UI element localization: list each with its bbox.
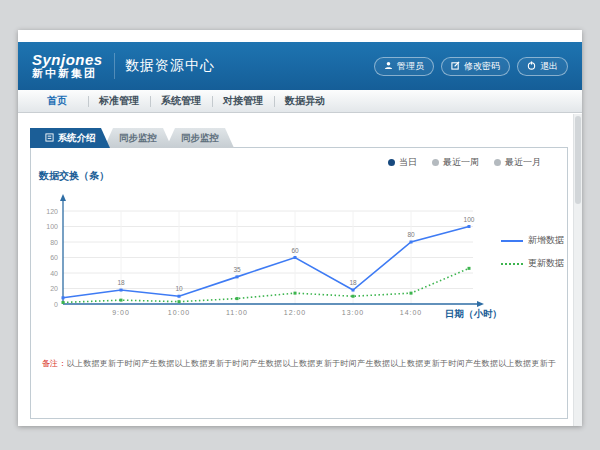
svg-text:120: 120 — [46, 208, 58, 215]
app-header: Synjones 新中新集团 数据资源中心 管理员 修改密码 退出 — [18, 42, 582, 90]
footnote: 备注：以上数据更新于时间产生数据以上数据更新于时间产生数据以上数据更新于时间产生… — [31, 358, 567, 369]
radio-label: 当日 — [399, 156, 417, 169]
chart-panel: 当日 最近一周 最近一月 数据交换（条） 0204060801001209:00… — [30, 147, 568, 419]
nav-item-interface-mgmt[interactable]: 对接管理 — [212, 90, 274, 112]
radio-last-month[interactable]: 最近一月 — [494, 156, 541, 169]
radio-dot-icon — [388, 159, 395, 166]
svg-text:12:00: 12:00 — [284, 309, 307, 316]
tab-sync-monitor-2[interactable]: 同步监控 — [166, 128, 234, 148]
svg-text:20: 20 — [50, 285, 58, 292]
tab-label: 同步监控 — [119, 132, 157, 145]
svg-text:0: 0 — [54, 301, 58, 308]
user-label: 管理员 — [397, 60, 424, 73]
svg-text:80: 80 — [407, 231, 415, 238]
logo-wordmark: Synjones — [32, 52, 104, 67]
svg-text:13:00: 13:00 — [342, 309, 365, 316]
solid-line-swatch-icon — [501, 240, 523, 242]
svg-text:10: 10 — [175, 285, 183, 292]
legend-item-updated-data[interactable]: 更新数据 — [501, 257, 564, 270]
svg-text:11:00: 11:00 — [226, 309, 248, 316]
svg-text:100: 100 — [464, 216, 475, 223]
svg-text:100: 100 — [46, 223, 58, 230]
nav-item-home[interactable]: 首页 — [26, 90, 88, 112]
svg-text:40: 40 — [50, 270, 58, 277]
legend-label: 更新数据 — [528, 257, 564, 270]
nav-item-standard-mgmt[interactable]: 标准管理 — [88, 90, 150, 112]
power-icon — [527, 61, 536, 72]
svg-text:60: 60 — [291, 247, 299, 254]
document-icon — [45, 133, 54, 144]
dotted-line-swatch-icon — [501, 263, 523, 265]
nav-item-system-mgmt[interactable]: 系统管理 — [150, 90, 212, 112]
line-chart: 0204060801001209:0010:0011:0012:0013:001… — [41, 186, 491, 336]
tab-label: 系统介绍 — [58, 132, 96, 145]
tab-label: 同步监控 — [181, 132, 219, 145]
tab-system-intro[interactable]: 系统介绍 — [30, 128, 110, 148]
app-window: Synjones 新中新集团 数据资源中心 管理员 修改密码 退出 首页 标准管… — [18, 30, 582, 426]
logout-label: 退出 — [540, 60, 558, 73]
svg-text:35: 35 — [233, 266, 241, 273]
svg-text:10:00: 10:00 — [168, 309, 191, 316]
radio-last-week[interactable]: 最近一周 — [432, 156, 479, 169]
tab-sync-monitor-1[interactable]: 同步监控 — [104, 128, 172, 148]
time-range-filter: 当日 最近一周 最近一月 — [388, 156, 541, 169]
footnote-text: 以上数据更新于时间产生数据以上数据更新于时间产生数据以上数据更新于时间产生数据以… — [67, 359, 557, 368]
radio-label: 最近一月 — [505, 156, 541, 169]
user-button[interactable]: 管理员 — [374, 57, 434, 76]
main-nav: 首页 标准管理 系统管理 对接管理 数据异动 — [18, 90, 582, 113]
logout-button[interactable]: 退出 — [517, 57, 568, 76]
svg-text:9:00: 9:00 — [112, 309, 130, 316]
user-icon — [384, 61, 393, 72]
edit-icon — [451, 61, 460, 72]
company-logo: Synjones 新中新集团 — [18, 52, 104, 80]
svg-text:14:00: 14:00 — [400, 309, 423, 316]
chart-legend: 新增数据 更新数据 — [501, 234, 564, 280]
page-title: 数据资源中心 — [125, 57, 215, 75]
radio-dot-icon — [494, 159, 501, 166]
nav-item-data-change[interactable]: 数据异动 — [274, 90, 336, 112]
change-password-button[interactable]: 修改密码 — [441, 57, 510, 76]
x-axis-title: 日期（小时） — [445, 308, 502, 321]
tab-bar: 系统介绍 同步监控 同步监控 — [30, 128, 234, 148]
footnote-label: 备注： — [42, 359, 67, 368]
radio-dot-icon — [432, 159, 439, 166]
radio-label: 最近一周 — [443, 156, 479, 169]
legend-label: 新增数据 — [528, 234, 564, 247]
scrollbar[interactable] — [573, 114, 582, 426]
svg-text:80: 80 — [50, 239, 58, 246]
svg-text:18: 18 — [349, 279, 357, 286]
change-password-label: 修改密码 — [464, 60, 500, 73]
svg-text:18: 18 — [117, 279, 125, 286]
header-divider — [114, 53, 115, 79]
scrollbar-thumb[interactable] — [575, 116, 581, 204]
logo-company-name: 新中新集团 — [32, 67, 104, 80]
legend-item-new-data[interactable]: 新增数据 — [501, 234, 564, 247]
svg-text:60: 60 — [50, 254, 58, 261]
y-axis-title: 数据交换（条） — [39, 169, 109, 183]
radio-today[interactable]: 当日 — [388, 156, 417, 169]
header-actions: 管理员 修改密码 退出 — [374, 57, 568, 76]
